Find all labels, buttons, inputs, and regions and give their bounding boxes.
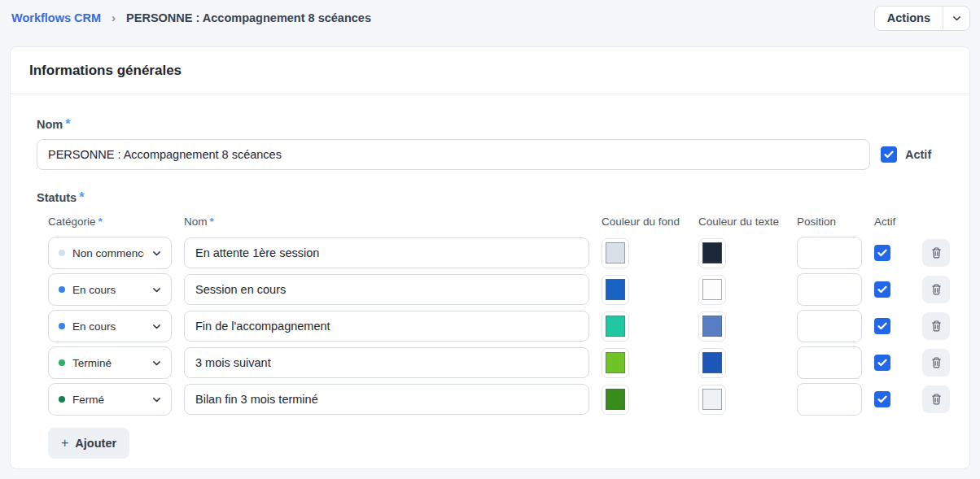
row-actif-checkbox[interactable] (874, 318, 890, 334)
delete-row-button[interactable] (922, 349, 950, 377)
chevron-down-icon (952, 13, 962, 24)
statuts-field-label: Statuts* (37, 190, 943, 205)
trash-icon (930, 283, 943, 296)
row-actif-checkbox[interactable] (874, 281, 890, 298)
category-status-dot (59, 396, 65, 403)
check-icon (877, 395, 887, 403)
trash-icon (930, 320, 943, 333)
required-asterisk: * (79, 190, 84, 204)
chevron-down-icon (151, 358, 162, 368)
header-couleur-fond: Couleur du fond (602, 216, 686, 228)
trash-icon (930, 356, 943, 369)
nom-input[interactable] (37, 139, 870, 170)
add-status-button[interactable]: + Ajouter (48, 428, 129, 459)
status-name-input[interactable] (184, 274, 589, 305)
breadcrumb: Workflows CRM › PERSONNE : Accompagnemen… (11, 11, 371, 25)
text-color-picker[interactable] (698, 275, 726, 305)
row-actif-checkbox[interactable] (874, 245, 890, 261)
text-color-swatch (702, 279, 722, 300)
header-position: Position (797, 216, 862, 228)
position-input[interactable] (797, 310, 862, 342)
header-actif: Actif (874, 216, 910, 228)
delete-row-button[interactable] (922, 312, 950, 340)
header-couleur-texte: Couleur du texte (698, 216, 785, 228)
background-color-swatch (606, 352, 625, 373)
actif-checkbox[interactable] (881, 146, 897, 163)
position-input[interactable] (797, 383, 862, 416)
statuts-table-header: Catégorie* Nom* Couleur du fond Couleur … (48, 216, 943, 228)
text-color-picker[interactable] (698, 311, 726, 342)
category-select[interactable]: Terminé (48, 346, 172, 379)
statuts-rows: Non commencé En cours (48, 237, 943, 416)
background-color-picker[interactable] (602, 311, 629, 342)
text-color-swatch (702, 316, 722, 337)
category-selected-value: Fermé (72, 394, 144, 406)
status-row: Non commencé (48, 237, 943, 269)
row-actif-checkbox[interactable] (874, 355, 890, 371)
status-name-input[interactable] (184, 347, 589, 378)
delete-row-button[interactable] (922, 239, 950, 267)
category-select[interactable]: En cours (48, 273, 172, 306)
category-selected-value: Non commencé (72, 247, 144, 259)
add-status-label: Ajouter (75, 437, 116, 450)
trash-icon (930, 246, 943, 259)
card-body: Nom* Actif Statuts* Catégorie* Nom* Coul… (11, 94, 969, 459)
nom-field-label: Nom* (37, 117, 943, 132)
position-input[interactable] (797, 273, 862, 306)
background-color-swatch (606, 242, 625, 263)
actions-dropdown-toggle[interactable] (943, 7, 969, 30)
text-color-swatch (702, 242, 722, 263)
status-name-input[interactable] (184, 384, 589, 415)
category-selected-value: Terminé (72, 357, 144, 369)
background-color-picker[interactable] (602, 385, 629, 415)
category-status-dot (59, 286, 65, 293)
chevron-right-icon: › (112, 11, 116, 24)
text-color-swatch (702, 389, 722, 410)
status-name-input[interactable] (184, 237, 589, 268)
check-icon (877, 285, 887, 294)
header-categorie: Catégorie* (48, 216, 172, 228)
check-icon (877, 249, 887, 257)
top-bar: Workflows CRM › PERSONNE : Accompagnemen… (0, 0, 980, 36)
background-color-picker[interactable] (602, 238, 629, 268)
position-input[interactable] (797, 237, 862, 269)
chevron-down-icon (151, 394, 162, 405)
background-color-swatch (606, 389, 625, 410)
check-icon (877, 359, 887, 367)
card-header: Informations générales (11, 47, 969, 94)
category-selected-value: En cours (72, 284, 144, 296)
status-row: En cours (48, 273, 943, 306)
breadcrumb-current: PERSONNE : Accompagnement 8 scéances (126, 11, 371, 24)
background-color-swatch (606, 316, 625, 337)
check-icon (884, 150, 894, 159)
actions-button[interactable]: Actions (875, 7, 943, 30)
status-row: Fermé (48, 383, 943, 416)
category-select[interactable]: Non commencé (48, 237, 172, 269)
plus-icon: + (61, 436, 68, 451)
text-color-picker[interactable] (698, 238, 726, 268)
row-actif-checkbox[interactable] (874, 391, 890, 407)
category-status-dot (59, 359, 65, 366)
breadcrumb-link-workflows[interactable]: Workflows CRM (11, 11, 101, 24)
statuts-table: Catégorie* Nom* Couleur du fond Couleur … (48, 216, 943, 459)
delete-row-button[interactable] (922, 385, 950, 413)
text-color-picker[interactable] (698, 385, 726, 415)
background-color-swatch (606, 279, 625, 300)
chevron-down-icon (151, 321, 162, 332)
informations-card: Informations générales Nom* Actif Statut… (10, 46, 970, 469)
chevron-down-icon (151, 285, 162, 295)
text-color-picker[interactable] (698, 348, 726, 378)
category-selected-value: En cours (72, 320, 144, 333)
position-input[interactable] (797, 346, 862, 379)
required-asterisk: * (65, 117, 70, 131)
category-select[interactable]: Fermé (48, 383, 172, 416)
delete-row-button[interactable] (922, 276, 950, 303)
background-color-picker[interactable] (602, 275, 629, 305)
status-name-input[interactable] (184, 311, 589, 342)
category-select[interactable]: En cours (48, 310, 172, 342)
category-status-dot (59, 250, 65, 256)
text-color-swatch (702, 352, 722, 373)
background-color-picker[interactable] (602, 348, 629, 378)
status-row: En cours (48, 310, 943, 342)
header-nom: Nom* (184, 216, 589, 228)
